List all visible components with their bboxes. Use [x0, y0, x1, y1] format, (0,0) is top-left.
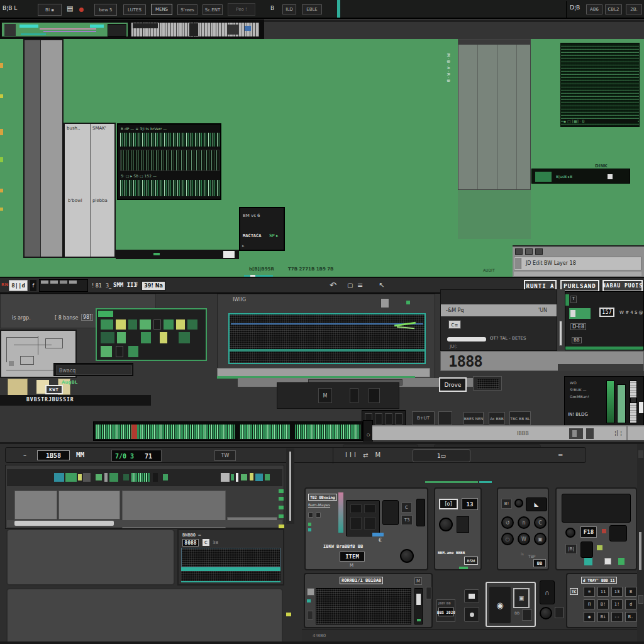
cluster-button[interactable] — [375, 413, 382, 425]
timeline-clip[interactable] — [265, 474, 270, 480]
menu-button-b[interactable]: B — [270, 5, 274, 11]
name-input[interactable]: Bwacq — [56, 365, 132, 375]
row-157-button[interactable]: 157 — [599, 308, 614, 317]
minus-button[interactable]: – — [23, 452, 26, 458]
framed-small-button[interactable] — [522, 609, 532, 621]
small-button[interactable] — [369, 388, 380, 403]
keypad-key[interactable]: 11 — [597, 587, 609, 597]
yellow-clip-block[interactable] — [8, 379, 28, 396]
clip-thumbnail[interactable] — [116, 319, 126, 330]
m-button[interactable]: M — [318, 388, 332, 403]
timeline-clip[interactable] — [250, 473, 253, 480]
waveform-monitor[interactable] — [228, 313, 426, 364]
p3-knob[interactable]: ▣ — [534, 533, 547, 545]
bsm-button[interactable]: BSM — [464, 557, 478, 565]
keypad-key[interactable]: ≡ — [584, 587, 595, 597]
vertical-scroll-column[interactable] — [286, 448, 294, 524]
clip-thumbnail[interactable] — [116, 346, 123, 357]
arch-button[interactable]: ∩ — [540, 580, 555, 604]
menu-button-mens[interactable]: MENS — [151, 4, 172, 15]
p4-teal-chip[interactable] — [584, 558, 592, 565]
right-button-cbl2[interactable]: CBL2 — [605, 4, 622, 14]
p1-knob[interactable] — [400, 549, 414, 563]
f-button[interactable]: f — [30, 280, 36, 291]
layers-icon[interactable]: ▤ — [67, 4, 73, 13]
list-icon[interactable]: ≡ — [357, 281, 363, 289]
timeline-clip[interactable] — [78, 474, 82, 480]
layer-tool-icon[interactable] — [515, 248, 523, 255]
white-slider[interactable] — [447, 337, 486, 341]
acbbb-button[interactable]: Ac BBB — [489, 412, 505, 425]
bin-overlay-column[interactable] — [458, 39, 531, 190]
menu-button-scent[interactable]: Sc.ENT — [203, 4, 223, 15]
horizontal-scrollbar[interactable]: IBBB ¦| ¦ — [372, 425, 644, 440]
clip-chip-strip[interactable]: B¦usB ▸B — [531, 169, 630, 184]
red-marker-clip[interactable] — [131, 425, 137, 439]
keypad-key[interactable]: 13 — [611, 587, 623, 597]
small-toggle[interactable]: D¦B — [570, 4, 580, 11]
layer-tool-icon[interactable] — [525, 248, 533, 255]
keypad-key[interactable]: B — [625, 587, 636, 597]
p4-white-chip[interactable] — [604, 558, 611, 565]
timeline-clip[interactable] — [65, 473, 77, 482]
pod-button-2[interactable] — [464, 607, 479, 622]
p3-knob[interactable]: ○ — [501, 533, 514, 545]
timeline-overview-mini[interactable] — [1, 22, 128, 37]
track-lane[interactable] — [14, 491, 57, 519]
fader-track[interactable] — [630, 380, 637, 423]
clip-thumbnail[interactable] — [101, 346, 112, 357]
kwt-button[interactable]: KWT — [45, 385, 63, 394]
clip-thumbnail[interactable] — [140, 319, 151, 330]
undo-icon[interactable]: ↶ — [330, 280, 336, 290]
tw-button[interactable]: TW — [214, 450, 236, 461]
timeline-clip[interactable] — [231, 474, 234, 480]
p1-c-button[interactable]: C — [401, 502, 412, 513]
timeline-clip[interactable] — [54, 473, 64, 482]
timeline-clip[interactable] — [109, 473, 118, 482]
p4-green-chip[interactable] — [618, 558, 625, 565]
p1-block-button[interactable] — [350, 517, 362, 530]
bbes-button[interactable]: BBES NEN — [464, 412, 484, 425]
cursor-icon[interactable]: ↖ — [379, 281, 384, 289]
p3-knob[interactable]: C — [534, 516, 547, 529]
bin-list-panel[interactable]: bush.. SMAK' b'bowl plebba — [64, 123, 116, 258]
timeline-clip[interactable] — [96, 474, 102, 480]
right-button-ab6[interactable]: AB6 — [586, 4, 602, 14]
clip-thumbnail[interactable] — [160, 332, 167, 343]
mesh-button[interactable] — [473, 376, 502, 391]
p2-o-button[interactable]: [o] — [439, 499, 458, 509]
track-lane[interactable] — [58, 491, 120, 519]
p5-chip-2[interactable] — [307, 611, 313, 619]
column-square[interactable] — [555, 607, 564, 618]
clip-thumbnail[interactable] — [101, 319, 113, 330]
right-button-2b[interactable]: 2B. — [626, 4, 642, 14]
p3-knob[interactable]: n — [518, 516, 530, 529]
tbc-button[interactable]: TBC BB BL — [509, 411, 531, 425]
p3-knob[interactable]: ↺ — [501, 516, 514, 529]
p5-m-button[interactable]: M — [414, 577, 422, 585]
mode-button-purlsand[interactable]: PURLSAND — [560, 280, 599, 292]
keypad-key[interactable]: -- — [611, 612, 623, 622]
p4-tall-button[interactable] — [580, 541, 593, 558]
clip-thumbnail[interactable] — [128, 319, 137, 330]
p1-chip[interactable] — [308, 513, 313, 518]
clip-thumbnail[interactable] — [141, 332, 151, 343]
p4-b-button[interactable]: |B| — [565, 544, 577, 554]
p1-tall-button-2[interactable] — [416, 499, 425, 526]
p2-knob[interactable] — [439, 518, 453, 531]
mode-button-nabau[interactable]: NABAU PUOIS — [602, 280, 643, 292]
p1-t3-button[interactable]: T3 — [401, 515, 413, 525]
layer-tool-icon[interactable] — [535, 248, 543, 255]
clip-thumbnail[interactable] — [101, 332, 114, 343]
blank-button[interactable] — [438, 411, 452, 425]
p3-knob[interactable]: W — [518, 533, 530, 545]
p5-slider-handle[interactable] — [416, 594, 421, 605]
app-menu-icon[interactable]: B¦B L — [3, 5, 17, 11]
p1-block-button[interactable] — [350, 504, 362, 513]
timeline-clip[interactable] — [241, 474, 247, 480]
framed-square-button[interactable]: ▣ — [513, 588, 530, 608]
transport-icons[interactable]: III ⇄ M — [345, 452, 383, 458]
timeline-clip[interactable] — [163, 474, 168, 480]
p5-chip[interactable] — [307, 588, 314, 596]
scrollbar-square[interactable] — [586, 428, 594, 439]
